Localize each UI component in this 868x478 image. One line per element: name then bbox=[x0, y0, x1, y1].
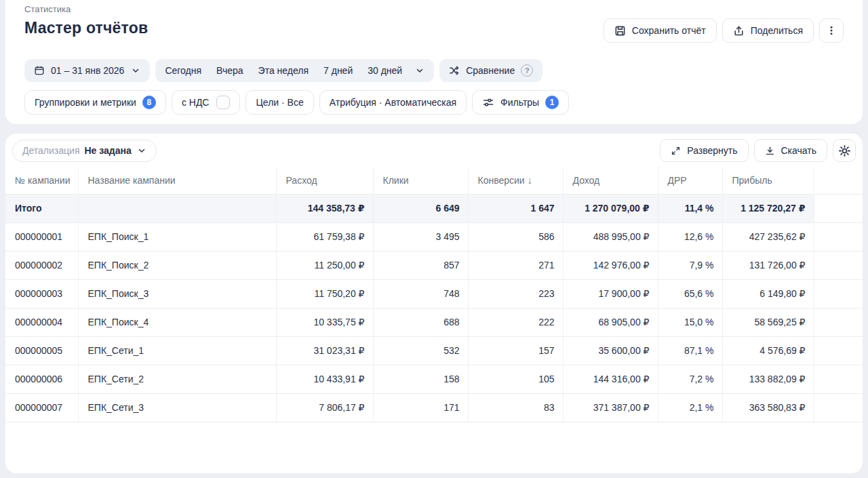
chevron-down-icon[interactable] bbox=[415, 66, 425, 75]
campaign-profit: 363 580,83 ₽ bbox=[722, 393, 814, 422]
date-presets: Сегодня Вчера Эта неделя 7 дней 30 дней bbox=[155, 59, 434, 82]
groupings-metrics-button[interactable]: Группировки и метрики 8 bbox=[24, 90, 166, 115]
campaign-id: 000000001 bbox=[5, 222, 78, 251]
table-row[interactable]: 000000007 ЕПК_Сети_3 7 806,17 ₽ 171 83 3… bbox=[5, 393, 863, 422]
table-row[interactable]: 000000003 ЕПК_Поиск_3 11 750,20 ₽ 748 22… bbox=[5, 279, 863, 308]
share-icon bbox=[733, 25, 745, 37]
column-header-conversions[interactable]: Конверсии↓ bbox=[468, 167, 563, 194]
campaign-drr: 65,6 % bbox=[658, 279, 722, 308]
campaign-profit: 131 726,00 ₽ bbox=[722, 251, 814, 279]
filters-count-badge: 1 bbox=[545, 96, 559, 109]
campaign-revenue: 142 976,00 ₽ bbox=[563, 251, 658, 279]
campaign-name[interactable]: ЕПК_Сети_2 bbox=[78, 365, 276, 393]
table-row[interactable]: 000000006 ЕПК_Сети_2 10 433,91 ₽ 158 105… bbox=[5, 365, 863, 393]
goals-button[interactable]: Цели · Все bbox=[245, 90, 313, 115]
vat-toggle[interactable]: с НДС bbox=[172, 90, 241, 115]
table-row[interactable]: 000000004 ЕПК_Поиск_4 10 335,75 ₽ 688 22… bbox=[5, 308, 863, 336]
more-menu-button[interactable] bbox=[819, 18, 844, 43]
breadcrumb[interactable]: Статистика bbox=[24, 4, 844, 15]
vat-label: с НДС bbox=[182, 97, 210, 108]
campaign-drr: 15,0 % bbox=[658, 308, 722, 336]
column-header-campaign-name[interactable]: Название кампании bbox=[78, 167, 276, 194]
attribution-label: Атрибуция · Автоматическая bbox=[330, 97, 456, 108]
campaign-conversions: 271 bbox=[468, 251, 563, 279]
campaign-name[interactable]: ЕПК_Поиск_1 bbox=[78, 222, 276, 251]
campaign-name[interactable]: ЕПК_Сети_1 bbox=[78, 336, 276, 365]
save-report-label: Сохранить отчёт bbox=[632, 25, 706, 36]
report-header-card: Статистика Мастер отчётов Сохранить отчё… bbox=[5, 0, 863, 124]
goals-label: Цели · Все bbox=[256, 97, 303, 108]
column-header-spend[interactable]: Расход bbox=[276, 167, 373, 194]
column-header-revenue[interactable]: Доход bbox=[563, 167, 658, 194]
totals-drr: 11,4 % bbox=[658, 194, 722, 222]
vat-checkbox[interactable] bbox=[216, 96, 230, 109]
groupings-label: Группировки и метрики bbox=[35, 97, 136, 108]
campaign-profit: 6 149,80 ₽ bbox=[722, 279, 814, 308]
column-header-empty bbox=[814, 167, 863, 194]
campaign-spend: 11 750,20 ₽ bbox=[276, 279, 373, 308]
attribution-button[interactable]: Атрибуция · Автоматическая bbox=[319, 90, 467, 115]
save-report-button[interactable]: Сохранить отчёт bbox=[604, 18, 717, 43]
comparison-label: Сравнение bbox=[466, 65, 515, 76]
column-header-profit[interactable]: Прибыль bbox=[722, 167, 814, 194]
column-header-clicks[interactable]: Клики bbox=[373, 167, 468, 194]
preset-30-days[interactable]: 30 дней bbox=[360, 65, 410, 76]
totals-label: Итого bbox=[5, 194, 78, 222]
campaign-drr: 12,6 % bbox=[658, 222, 722, 251]
report-table-card: Детализация Не задана Развернуть bbox=[5, 134, 863, 473]
preset-7-days[interactable]: 7 дней bbox=[316, 65, 360, 76]
date-filter-row: 01 – 31 янв 2026 Сегодня Вчера Эта недел… bbox=[24, 59, 844, 82]
campaign-conversions: 223 bbox=[468, 279, 563, 308]
campaign-name[interactable]: ЕПК_Поиск_3 bbox=[78, 279, 276, 308]
campaign-drr: 87,1 % bbox=[658, 336, 722, 365]
header-actions: Сохранить отчёт Поделиться bbox=[604, 18, 844, 43]
campaign-id: 000000004 bbox=[5, 308, 78, 336]
campaign-clicks: 171 bbox=[373, 393, 468, 422]
campaign-clicks: 688 bbox=[373, 308, 468, 336]
campaign-conversions: 83 bbox=[468, 393, 563, 422]
sliders-icon bbox=[482, 96, 494, 108]
calendar-icon bbox=[34, 65, 45, 76]
table-row[interactable]: 000000002 ЕПК_Поиск_2 11 250,00 ₽ 857 27… bbox=[5, 251, 863, 279]
campaign-revenue: 35 600,00 ₽ bbox=[563, 336, 658, 365]
campaign-revenue: 488 995,00 ₽ bbox=[563, 222, 658, 251]
campaign-name[interactable]: ЕПК_Сети_3 bbox=[78, 393, 276, 422]
campaign-spend: 11 250,00 ₽ bbox=[276, 251, 373, 279]
preset-today[interactable]: Сегодня bbox=[165, 65, 209, 76]
chevron-down-icon bbox=[131, 66, 140, 75]
comparison-toggle[interactable]: Сравнение ? bbox=[439, 59, 542, 82]
column-header-campaign-id[interactable]: № кампании bbox=[5, 167, 78, 194]
totals-conversions: 1 647 bbox=[468, 194, 563, 222]
campaign-spend: 61 759,38 ₽ bbox=[276, 222, 373, 251]
report-table: № кампании Название кампании Расход Клик… bbox=[5, 167, 863, 422]
share-button[interactable]: Поделиться bbox=[722, 18, 814, 43]
table-row[interactable]: 000000001 ЕПК_Поиск_1 61 759,38 ₽ 3 495 … bbox=[5, 222, 863, 251]
totals-row: Итого 144 358,73 ₽ 6 649 1 647 1 270 079… bbox=[5, 194, 863, 222]
campaign-profit: 427 235,62 ₽ bbox=[722, 222, 814, 251]
download-label: Скачать bbox=[781, 145, 817, 156]
filters-button[interactable]: Фильтры 1 bbox=[472, 90, 569, 115]
save-icon bbox=[614, 25, 626, 37]
totals-revenue: 1 270 079,00 ₽ bbox=[563, 194, 658, 222]
detalization-label: Детализация bbox=[22, 145, 79, 156]
date-range-picker[interactable]: 01 – 31 янв 2026 bbox=[24, 59, 150, 82]
campaign-spend: 10 335,75 ₽ bbox=[276, 308, 373, 336]
detalization-select[interactable]: Детализация Не задана bbox=[12, 140, 157, 162]
download-button[interactable]: Скачать bbox=[754, 139, 828, 162]
expand-button[interactable]: Развернуть bbox=[660, 139, 748, 162]
totals-spend: 144 358,73 ₽ bbox=[276, 194, 373, 222]
campaign-name[interactable]: ЕПК_Поиск_2 bbox=[78, 251, 276, 279]
expand-icon bbox=[671, 146, 681, 156]
table-row[interactable]: 000000005 ЕПК_Сети_1 31 023,31 ₽ 532 157… bbox=[5, 336, 863, 365]
preset-yesterday[interactable]: Вчера bbox=[209, 65, 251, 76]
campaign-id: 000000006 bbox=[5, 365, 78, 393]
campaign-revenue: 68 905,00 ₽ bbox=[563, 308, 658, 336]
kebab-icon bbox=[826, 25, 837, 36]
campaign-clicks: 158 bbox=[373, 365, 468, 393]
column-header-drr[interactable]: ДРР bbox=[658, 167, 722, 194]
campaign-name[interactable]: ЕПК_Поиск_4 bbox=[78, 308, 276, 336]
preset-this-week[interactable]: Эта неделя bbox=[251, 65, 316, 76]
table-settings-button[interactable] bbox=[833, 139, 856, 162]
campaign-conversions: 222 bbox=[468, 308, 563, 336]
help-icon[interactable]: ? bbox=[521, 64, 533, 77]
